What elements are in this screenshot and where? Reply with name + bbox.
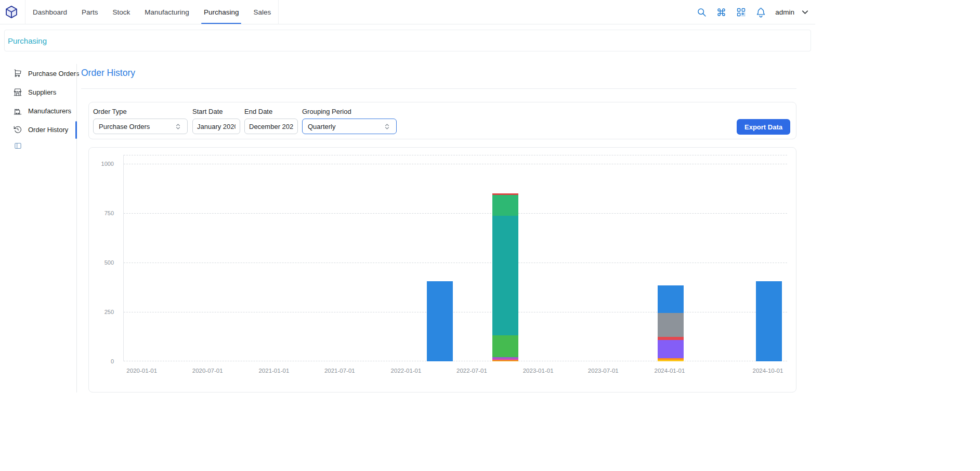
y-axis-label: 750 <box>104 210 114 216</box>
grouping-period-select[interactable]: Quarterly <box>302 119 397 134</box>
bar-segment <box>756 281 782 361</box>
navbar-actions: admin <box>696 7 815 18</box>
gridline <box>124 155 787 155</box>
app-window: Dashboard Parts Stock Manufacturing Purc… <box>0 0 980 471</box>
start-date-input[interactable] <box>192 119 240 134</box>
x-axis-labels: 2020-01-012020-07-012021-01-012021-07-01… <box>123 368 787 376</box>
start-date-group: Start Date <box>192 108 240 134</box>
x-axis-label: 2020-01-01 <box>126 368 157 374</box>
plot-area <box>123 155 787 361</box>
end-date-group: End Date <box>244 108 298 134</box>
shopping-cart-icon <box>13 69 22 78</box>
sidebar-nav: Purchase Orders Suppliers Manufacturers <box>13 64 75 139</box>
sidebar-item-label: Manufacturers <box>28 107 71 115</box>
y-axis-label: 250 <box>104 309 114 315</box>
bar-segment <box>492 335 518 358</box>
bar-segment <box>492 216 518 335</box>
order-type-value: Purchase Orders <box>99 123 150 130</box>
sidebar-item-order-history[interactable]: Order History <box>13 120 75 139</box>
chart-card: 02505007501000 2020-01-012020-07-012021-… <box>88 147 796 392</box>
bar-segment <box>492 360 518 361</box>
notification-bell-icon[interactable] <box>755 7 766 18</box>
gridline <box>124 164 787 164</box>
sidebar-item-label: Order History <box>28 126 68 134</box>
gridline <box>124 361 787 361</box>
x-axis-label: 2024-10-01 <box>753 368 783 374</box>
y-axis-label: 0 <box>111 358 114 364</box>
bar-segment <box>658 360 684 361</box>
search-icon[interactable] <box>696 7 707 18</box>
app-logo-icon[interactable] <box>4 5 19 19</box>
bar-segment <box>427 281 453 361</box>
sidebar-item-purchase-orders[interactable]: Purchase Orders <box>13 64 75 83</box>
tab-dashboard[interactable]: Dashboard <box>25 0 74 24</box>
x-axis-label: 2021-01-01 <box>258 368 289 374</box>
end-date-input[interactable] <box>244 119 298 134</box>
top-navbar: Dashboard Parts Stock Manufacturing Purc… <box>0 0 815 24</box>
sidebar-toggle-icon[interactable] <box>14 141 22 150</box>
tab-sales[interactable]: Sales <box>246 0 278 24</box>
x-axis-label: 2022-07-01 <box>456 368 487 374</box>
order-type-label: Order Type <box>93 108 188 115</box>
grouping-period-label: Grouping Period <box>302 108 397 115</box>
sidebar-item-suppliers[interactable]: Suppliers <box>13 83 75 101</box>
end-date-label: End Date <box>244 108 298 115</box>
nav-tabs: Dashboard Parts Stock Manufacturing Purc… <box>25 0 279 24</box>
user-menu[interactable]: admin <box>775 7 810 17</box>
chart-bar[interactable] <box>756 281 782 361</box>
grouping-period-value: Quarterly <box>308 123 335 130</box>
barcode-scan-icon[interactable] <box>736 7 747 18</box>
tab-purchasing[interactable]: Purchasing <box>197 0 246 24</box>
tab-parts[interactable]: Parts <box>74 0 106 24</box>
chart-bar[interactable] <box>658 285 684 361</box>
x-axis-label: 2022-01-01 <box>391 368 422 374</box>
bar-segment <box>658 285 684 313</box>
building-store-icon <box>13 87 22 97</box>
sidebar-divider <box>76 64 77 392</box>
bar-segment <box>492 195 518 216</box>
username-label: admin <box>775 8 794 16</box>
export-data-button[interactable]: Export Data <box>737 119 790 135</box>
start-date-label: Start Date <box>192 108 240 115</box>
history-icon <box>13 125 22 134</box>
sidebar-active-indicator <box>75 121 77 139</box>
x-axis-label: 2021-07-01 <box>324 368 355 374</box>
x-axis-label: 2020-07-01 <box>192 368 223 374</box>
gridline <box>124 213 787 214</box>
selector-chevrons-icon <box>383 123 391 130</box>
y-axis-label: 500 <box>104 259 114 266</box>
factory-icon <box>13 106 22 115</box>
sidebar-item-label: Purchase Orders <box>28 70 79 77</box>
gridline <box>124 312 787 312</box>
chart-bar[interactable] <box>427 281 453 361</box>
order-type-select[interactable]: Purchase Orders <box>93 119 188 134</box>
x-axis-label: 2024-01-01 <box>655 368 685 374</box>
x-axis-label: 2023-07-01 <box>588 368 619 374</box>
tab-manufacturing[interactable]: Manufacturing <box>137 0 197 24</box>
chevron-down-icon <box>800 7 810 17</box>
y-axis-label: 1000 <box>101 161 114 167</box>
title-divider <box>81 88 796 89</box>
filter-panel: Order Type Purchase Orders Start Date En… <box>88 102 796 139</box>
x-axis-label: 2023-01-01 <box>523 368 554 374</box>
page-title: Order History <box>81 68 135 78</box>
tab-stock[interactable]: Stock <box>106 0 138 24</box>
y-axis-labels: 02505007501000 <box>89 155 119 361</box>
sidebar-item-label: Suppliers <box>28 88 56 96</box>
gridline <box>124 263 787 263</box>
breadcrumb-purchasing-link[interactable]: Purchasing <box>8 36 47 45</box>
bar-segment <box>658 313 684 337</box>
breadcrumb: Purchasing <box>4 30 811 51</box>
grouping-period-group: Grouping Period Quarterly <box>302 108 397 134</box>
chart-bar[interactable] <box>492 193 518 361</box>
order-type-group: Order Type Purchase Orders <box>93 108 188 134</box>
bar-segment <box>658 340 684 358</box>
sidebar-item-manufacturers[interactable]: Manufacturers <box>13 101 75 120</box>
selector-chevrons-icon <box>174 123 182 130</box>
command-icon[interactable] <box>716 7 727 18</box>
